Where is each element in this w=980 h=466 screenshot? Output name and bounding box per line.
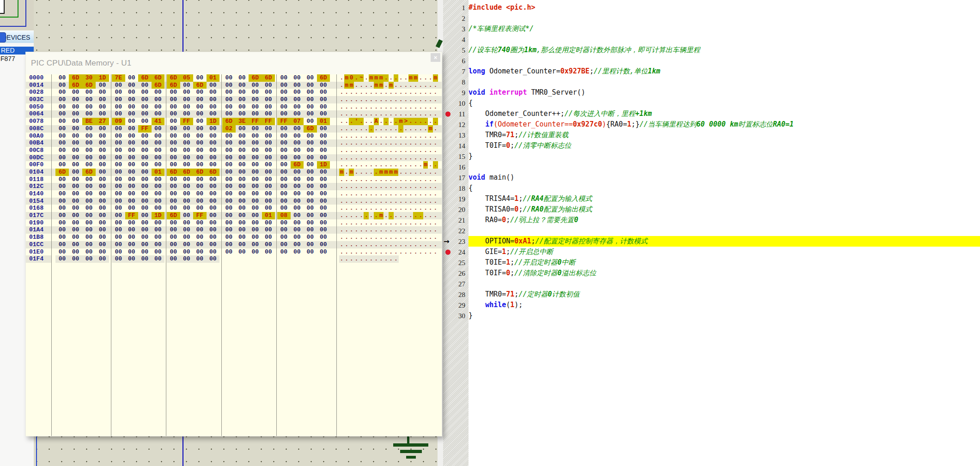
memory-byte[interactable]: 00 <box>262 198 275 205</box>
gutter-row[interactable]: 16 <box>443 162 469 172</box>
memory-byte[interactable]: 00 <box>236 234 249 241</box>
gutter-row[interactable]: 5 <box>443 45 469 55</box>
memory-byte[interactable]: 00 <box>193 219 207 227</box>
memory-byte[interactable]: 00 <box>222 110 236 118</box>
memory-byte[interactable]: 00 <box>222 219 236 227</box>
memory-byte[interactable]: 1D <box>317 161 330 169</box>
memory-byte[interactable]: 00 <box>277 89 291 96</box>
memory-byte[interactable]: 00 <box>82 133 96 140</box>
memory-byte[interactable]: 00 <box>317 147 330 154</box>
memory-byte[interactable]: 00 <box>262 219 275 227</box>
memory-byte[interactable]: 00 <box>207 133 220 140</box>
memory-byte[interactable]: 00 <box>291 212 304 219</box>
line-number[interactable]: 11 <box>459 110 465 118</box>
memory-byte[interactable]: 00 <box>262 133 275 140</box>
code-line[interactable]: Odometer_Counter++;//每次进入中断，里程+1km <box>469 109 980 119</box>
memory-byte[interactable]: 00 <box>96 226 109 234</box>
memory-byte[interactable]: 00 <box>152 205 165 212</box>
memory-byte[interactable]: 00 <box>291 139 304 147</box>
memory-byte[interactable]: 00 <box>96 103 109 111</box>
memory-byte[interactable]: 00 <box>82 255 96 263</box>
memory-byte[interactable]: 30 <box>82 74 96 82</box>
memory-byte[interactable]: 00 <box>222 205 236 212</box>
memory-byte[interactable]: 00 <box>55 248 69 256</box>
memory-byte[interactable]: 00 <box>82 241 96 248</box>
memory-row[interactable]: 01F4000000000000000000000000............ <box>26 255 442 263</box>
memory-byte[interactable]: 00 <box>291 226 304 234</box>
memory-byte[interactable]: 00 <box>207 82 220 89</box>
memory-byte[interactable]: 00 <box>138 234 152 241</box>
memory-byte[interactable]: 00 <box>277 133 291 140</box>
memory-byte[interactable]: 00 <box>291 176 304 183</box>
memory-byte[interactable]: 00 <box>277 74 291 82</box>
memory-byte[interactable]: 00 <box>125 234 139 241</box>
memory-byte[interactable]: 00 <box>55 205 69 212</box>
memory-byte[interactable]: 00 <box>138 154 152 162</box>
line-number[interactable]: 27 <box>458 280 465 288</box>
memory-byte[interactable]: 00 <box>167 176 180 183</box>
memory-byte[interactable]: 00 <box>69 190 82 198</box>
memory-byte[interactable]: FF <box>138 125 152 133</box>
memory-byte[interactable]: 00 <box>304 205 317 212</box>
memory-byte[interactable]: 00 <box>96 133 109 140</box>
memory-byte[interactable]: 00 <box>262 234 275 241</box>
memory-byte[interactable]: 6D <box>167 74 180 82</box>
memory-byte[interactable]: 00 <box>262 241 275 248</box>
memory-byte[interactable]: 00 <box>222 226 236 234</box>
code-line[interactable]: RA0=0;//弱上拉？需要先置0 <box>469 215 980 225</box>
memory-byte[interactable]: 00 <box>112 147 125 154</box>
memory-byte[interactable]: 00 <box>180 198 194 205</box>
memory-byte[interactable]: 00 <box>138 198 152 205</box>
memory-byte[interactable]: 00 <box>69 89 82 96</box>
memory-byte[interactable]: 00 <box>193 133 207 140</box>
memory-byte[interactable]: 00 <box>125 118 139 125</box>
memory-byte[interactable]: 00 <box>236 161 249 169</box>
memory-byte[interactable]: 00 <box>167 255 180 263</box>
memory-byte[interactable]: 6D <box>138 74 152 82</box>
memory-byte[interactable]: 00 <box>193 176 207 183</box>
code-line[interactable]: GIE=1;//开启总中断 <box>469 247 980 257</box>
memory-row[interactable]: 017C0000000000FF001D6D00FF00000000010800… <box>26 212 442 219</box>
memory-byte[interactable]: 00 <box>96 139 109 147</box>
memory-byte[interactable]: 00 <box>291 103 304 111</box>
memory-byte[interactable]: 00 <box>277 248 291 256</box>
memory-byte[interactable]: 00 <box>222 169 236 176</box>
memory-byte[interactable]: 00 <box>112 103 125 111</box>
memory-byte[interactable]: 00 <box>222 198 236 205</box>
memory-byte[interactable]: 00 <box>82 205 96 212</box>
memory-byte[interactable]: 00 <box>277 96 291 103</box>
memory-byte[interactable]: 00 <box>125 89 139 96</box>
memory-byte[interactable]: 00 <box>277 190 291 198</box>
memory-byte[interactable]: 00 <box>112 154 125 162</box>
memory-byte[interactable]: 00 <box>125 147 139 154</box>
memory-byte[interactable]: 00 <box>55 147 69 154</box>
memory-byte[interactable]: 00 <box>180 205 194 212</box>
memory-byte[interactable]: 00 <box>82 103 96 111</box>
gutter-row[interactable]: 27 <box>443 278 469 289</box>
memory-byte[interactable]: 00 <box>236 103 249 111</box>
memory-byte[interactable]: 00 <box>125 103 139 111</box>
memory-byte[interactable]: 00 <box>69 255 82 263</box>
memory-row[interactable]: 01E0000000000000000000000000000000000000… <box>26 248 442 256</box>
line-number[interactable]: 25 <box>458 259 465 266</box>
memory-byte[interactable]: 6D <box>193 82 207 89</box>
memory-byte[interactable]: 6D <box>193 169 207 176</box>
memory-byte[interactable]: 00 <box>55 74 69 82</box>
memory-byte[interactable]: 00 <box>152 248 165 256</box>
memory-byte[interactable]: 00 <box>304 212 317 219</box>
memory-byte[interactable]: 00 <box>249 125 262 133</box>
memory-byte[interactable]: 00 <box>96 190 109 198</box>
memory-byte[interactable]: 00 <box>236 169 249 176</box>
memory-byte[interactable]: 00 <box>112 139 125 147</box>
memory-byte[interactable]: 00 <box>152 89 165 96</box>
memory-byte[interactable]: 00 <box>112 226 125 234</box>
code-line[interactable]: T0IF=0;//清除定时器0溢出标志位 <box>469 268 980 278</box>
gutter-row[interactable]: 29 <box>443 300 469 310</box>
code-line[interactable]: T0IF=0;//清零中断标志位 <box>469 140 980 151</box>
memory-byte[interactable]: 00 <box>207 248 220 256</box>
memory-byte[interactable]: 00 <box>167 96 180 103</box>
memory-byte[interactable]: 00 <box>69 198 82 205</box>
memory-byte[interactable]: 00 <box>82 125 96 133</box>
memory-byte[interactable]: 6D <box>222 118 236 125</box>
memory-byte[interactable]: 00 <box>236 89 249 96</box>
